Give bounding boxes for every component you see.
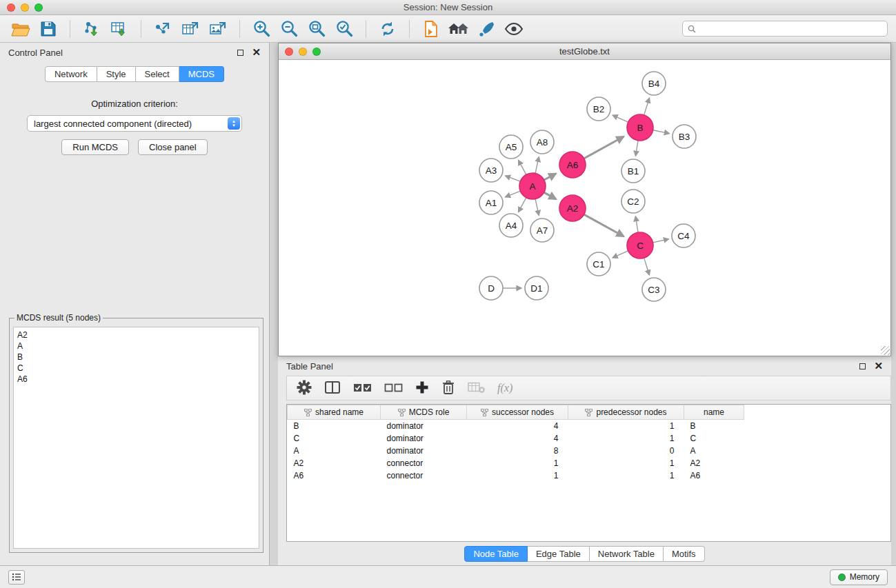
tab-motifs[interactable]: Motifs xyxy=(664,546,705,562)
graph-edge[interactable] xyxy=(584,136,624,159)
zoom-window-icon[interactable] xyxy=(34,3,43,12)
columns-icon[interactable] xyxy=(324,381,341,396)
table-cell[interactable]: 8 xyxy=(467,445,568,457)
table-row[interactable]: Adominator80A xyxy=(288,445,891,457)
tab-edge-table[interactable]: Edge Table xyxy=(528,546,590,562)
mcds-result-item[interactable]: A2 xyxy=(17,330,255,341)
graph-edge[interactable] xyxy=(519,198,526,212)
graph-node-A6[interactable]: A6 xyxy=(559,152,586,178)
mcds-result-item[interactable]: C xyxy=(17,363,255,374)
tab-node-table[interactable]: Node Table xyxy=(464,546,528,562)
graph-edge[interactable] xyxy=(506,176,521,181)
graph-node-B1[interactable]: B1 xyxy=(621,159,645,183)
zoom-network-icon[interactable] xyxy=(312,48,321,56)
graph-node-A4[interactable]: A4 xyxy=(499,214,523,237)
memory-button[interactable]: Memory xyxy=(830,569,888,585)
mcds-result-list[interactable]: A2ABCA6 xyxy=(13,327,259,549)
table-cell[interactable]: 0 xyxy=(568,445,684,457)
apply-style-icon[interactable] xyxy=(474,18,499,40)
graph-node-A1[interactable]: A1 xyxy=(479,191,503,214)
close-panel-icon[interactable]: ✕ xyxy=(252,49,261,56)
table-cell[interactable]: A6 xyxy=(684,469,744,482)
graph-node-A8[interactable]: A8 xyxy=(530,130,554,154)
table-cell[interactable]: connector xyxy=(381,469,467,482)
mcds-result-item[interactable]: B xyxy=(17,352,255,363)
graph-node-D1[interactable]: D1 xyxy=(525,276,548,300)
run-mcds-button[interactable]: Run MCDS xyxy=(61,139,129,155)
close-window-icon[interactable] xyxy=(7,3,15,12)
column-header-name[interactable]: name xyxy=(684,405,744,420)
graph-node-C[interactable]: C xyxy=(627,232,653,258)
table-cell[interactable]: connector xyxy=(381,457,467,469)
graph-node-C4[interactable]: C4 xyxy=(672,224,695,247)
close-panel-button[interactable]: Close panel xyxy=(138,139,208,155)
import-table-icon[interactable] xyxy=(107,18,132,40)
graph-edge[interactable] xyxy=(584,214,624,236)
graph-edge[interactable] xyxy=(535,199,539,216)
float-table-panel-icon[interactable] xyxy=(859,363,866,369)
table-cell[interactable]: C xyxy=(684,432,744,445)
graph-node-A5[interactable]: A5 xyxy=(499,135,523,159)
tab-select[interactable]: Select xyxy=(136,66,179,82)
graph-node-A3[interactable]: A3 xyxy=(479,159,503,182)
search-field[interactable] xyxy=(682,21,888,37)
graph-edge[interactable] xyxy=(544,174,556,180)
eye-icon[interactable] xyxy=(501,18,526,40)
graph-edge[interactable] xyxy=(644,258,650,275)
minimize-window-icon[interactable] xyxy=(21,3,29,12)
open-session-file-icon[interactable] xyxy=(419,18,444,40)
select-all-icon[interactable] xyxy=(353,381,372,396)
graph-node-A2[interactable]: A2 xyxy=(559,195,586,221)
zoom-selected-icon[interactable] xyxy=(332,18,357,40)
column-header-mcds-role[interactable]: MCDS role xyxy=(381,405,467,420)
table-cell[interactable]: B xyxy=(684,420,744,433)
search-input[interactable] xyxy=(699,24,882,34)
table-cell[interactable]: 1 xyxy=(568,469,684,482)
delete-icon[interactable] xyxy=(441,380,455,397)
graph-edge[interactable] xyxy=(635,141,638,156)
table-cell[interactable]: B xyxy=(288,420,381,433)
table-cell[interactable]: dominator xyxy=(381,432,467,445)
table-cell[interactable]: dominator xyxy=(381,445,467,457)
float-panel-icon[interactable] xyxy=(237,50,243,56)
mcds-result-item[interactable]: A6 xyxy=(17,374,255,385)
graph-edge[interactable] xyxy=(653,239,669,243)
save-icon[interactable] xyxy=(36,18,61,40)
graph-edge[interactable] xyxy=(653,130,670,134)
table-cell[interactable]: 1 xyxy=(467,457,568,469)
graph-edge[interactable] xyxy=(635,216,638,232)
network-canvas[interactable]: B4B2BB3A8A5A6A3B1AC2A1A2A4A7C4CC1C3DD1 xyxy=(279,60,890,356)
tab-style[interactable]: Style xyxy=(97,66,136,82)
zoom-in-icon[interactable] xyxy=(249,18,274,40)
minimize-network-icon[interactable] xyxy=(299,48,307,56)
tab-mcds[interactable]: MCDS xyxy=(179,66,224,82)
table-cell[interactable]: 1 xyxy=(568,457,684,469)
deselect-all-icon[interactable] xyxy=(384,381,403,396)
table-cell[interactable]: 1 xyxy=(467,469,568,482)
column-header-successor-nodes[interactable]: successor nodes xyxy=(467,405,568,420)
graph-edge[interactable] xyxy=(505,191,520,197)
import-network-icon[interactable] xyxy=(79,18,104,40)
close-table-panel-icon[interactable]: ✕ xyxy=(874,363,883,369)
table-cell[interactable]: 4 xyxy=(467,432,568,445)
tab-network-table[interactable]: Network Table xyxy=(590,546,664,562)
zoom-fit-icon[interactable] xyxy=(304,18,329,40)
graph-node-C3[interactable]: C3 xyxy=(642,278,666,301)
table-row[interactable]: A2connector11A2 xyxy=(288,457,891,469)
graph-edge[interactable] xyxy=(613,115,628,122)
export-network-icon[interactable] xyxy=(150,18,175,40)
graph-edge[interactable] xyxy=(535,156,539,173)
column-header-predecessor-nodes[interactable]: predecessor nodes xyxy=(568,405,684,420)
table-cell[interactable]: A xyxy=(684,445,744,457)
refresh-icon[interactable] xyxy=(375,18,400,40)
task-history-icon[interactable] xyxy=(8,570,25,585)
table-cell[interactable]: A2 xyxy=(288,457,381,469)
table-cell[interactable]: A2 xyxy=(684,457,744,469)
open-folder-icon[interactable] xyxy=(8,18,33,40)
graph-node-A[interactable]: A xyxy=(519,173,546,199)
graph-node-B4[interactable]: B4 xyxy=(642,72,666,95)
table-cell[interactable]: 4 xyxy=(467,420,568,433)
graph-node-B2[interactable]: B2 xyxy=(587,97,610,121)
column-header-shared-name[interactable]: shared name xyxy=(288,405,381,420)
graph-node-B3[interactable]: B3 xyxy=(673,125,696,148)
